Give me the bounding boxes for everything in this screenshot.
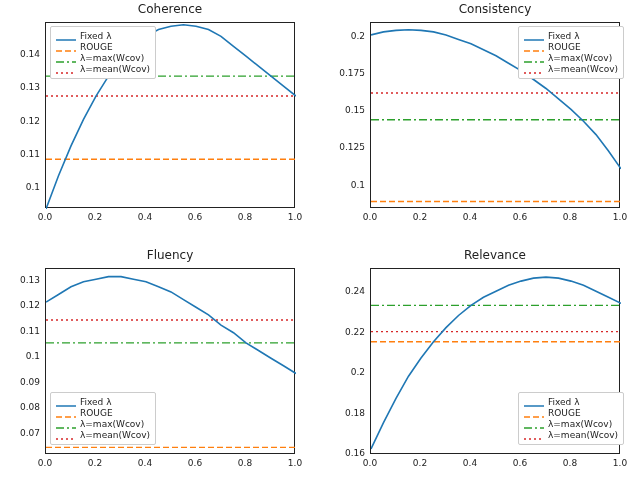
x-tick-label: 1.0 <box>285 458 305 468</box>
x-tick-label: 0.4 <box>135 458 155 468</box>
x-tick-label: 0.8 <box>560 458 580 468</box>
legend-label: λ=max(Wcov) <box>80 419 144 429</box>
legend-item: Fixed λ <box>524 397 618 407</box>
y-tick-label: 0.08 <box>0 402 40 412</box>
y-tick-label: 0.12 <box>0 300 40 310</box>
y-tick-label: 0.1 <box>0 182 40 192</box>
legend-label: λ=max(Wcov) <box>548 419 612 429</box>
y-tick-label: 0.13 <box>0 82 40 92</box>
x-tick-label: 0.6 <box>510 212 530 222</box>
x-tick-label: 0.2 <box>410 458 430 468</box>
legend-label: ROUGE <box>548 42 581 52</box>
x-tick-label: 0.0 <box>35 458 55 468</box>
x-tick-label: 0.4 <box>460 212 480 222</box>
legend-label: λ=max(Wcov) <box>80 53 144 63</box>
legend-label: ROUGE <box>548 408 581 418</box>
legend-label: ROUGE <box>80 408 113 418</box>
legend-label: λ=mean(Wcov) <box>548 64 618 74</box>
y-tick-label: 0.16 <box>325 448 365 458</box>
y-tick-label: 0.24 <box>325 286 365 296</box>
x-tick-label: 0.8 <box>235 458 255 468</box>
legend-label: Fixed λ <box>548 397 580 407</box>
legend-label: ROUGE <box>80 42 113 52</box>
y-tick-label: 0.1 <box>0 351 40 361</box>
legend-item: Fixed λ <box>56 397 150 407</box>
x-tick-label: 0.2 <box>410 212 430 222</box>
panel-title: Fluency <box>45 248 295 262</box>
x-tick-label: 0.6 <box>185 458 205 468</box>
panel-title: Consistency <box>370 2 620 16</box>
y-tick-label: 0.11 <box>0 326 40 336</box>
x-tick-label: 0.8 <box>560 212 580 222</box>
legend-label: Fixed λ <box>80 397 112 407</box>
y-tick-label: 0.13 <box>0 275 40 285</box>
y-tick-label: 0.2 <box>325 31 365 41</box>
y-tick-label: 0.07 <box>0 428 40 438</box>
legend-item: Fixed λ <box>56 31 150 41</box>
x-tick-label: 0.2 <box>85 212 105 222</box>
x-tick-label: 1.0 <box>610 212 630 222</box>
legend-label: λ=mean(Wcov) <box>80 64 150 74</box>
legend-item: Fixed λ <box>524 31 618 41</box>
panel-consistency: Consistency0.10.1250.150.1750.20.00.20.4… <box>325 0 635 226</box>
panel-title: Coherence <box>45 2 295 16</box>
y-tick-label: 0.15 <box>325 105 365 115</box>
panel-title: Relevance <box>370 248 620 262</box>
panel-relevance: Relevance0.160.180.20.220.240.00.20.40.6… <box>325 246 635 472</box>
x-tick-label: 1.0 <box>285 212 305 222</box>
x-tick-label: 0.6 <box>185 212 205 222</box>
panel-fluency: Fluency0.070.080.090.10.110.120.130.00.2… <box>0 246 310 472</box>
legend: Fixed λROUGEλ=max(Wcov)λ=mean(Wcov) <box>518 26 624 79</box>
y-tick-label: 0.18 <box>325 408 365 418</box>
x-tick-label: 0.4 <box>460 458 480 468</box>
y-tick-label: 0.09 <box>0 377 40 387</box>
x-tick-label: 0.0 <box>360 458 380 468</box>
y-tick-label: 0.2 <box>325 367 365 377</box>
legend-label: λ=mean(Wcov) <box>80 430 150 440</box>
x-tick-label: 0.6 <box>510 458 530 468</box>
x-tick-label: 0.0 <box>35 212 55 222</box>
y-tick-label: 0.12 <box>0 116 40 126</box>
x-tick-label: 1.0 <box>610 458 630 468</box>
y-tick-label: 0.22 <box>325 327 365 337</box>
legend: Fixed λROUGEλ=max(Wcov)λ=mean(Wcov) <box>50 392 156 445</box>
legend-label: λ=mean(Wcov) <box>548 430 618 440</box>
legend: Fixed λROUGEλ=max(Wcov)λ=mean(Wcov) <box>50 26 156 79</box>
y-tick-label: 0.14 <box>0 49 40 59</box>
legend-label: Fixed λ <box>80 31 112 41</box>
legend-label: λ=max(Wcov) <box>548 53 612 63</box>
x-tick-label: 0.4 <box>135 212 155 222</box>
y-tick-label: 0.1 <box>325 180 365 190</box>
y-tick-label: 0.175 <box>325 68 365 78</box>
panel-coherence: Coherence0.10.110.120.130.140.00.20.40.6… <box>0 0 310 226</box>
figure: Coherence0.10.110.120.130.140.00.20.40.6… <box>0 0 640 500</box>
y-tick-label: 0.125 <box>325 142 365 152</box>
line-fixed <box>46 277 296 374</box>
legend-label: Fixed λ <box>548 31 580 41</box>
legend: Fixed λROUGEλ=max(Wcov)λ=mean(Wcov) <box>518 392 624 445</box>
y-tick-label: 0.11 <box>0 149 40 159</box>
x-tick-label: 0.8 <box>235 212 255 222</box>
x-tick-label: 0.2 <box>85 458 105 468</box>
x-tick-label: 0.0 <box>360 212 380 222</box>
